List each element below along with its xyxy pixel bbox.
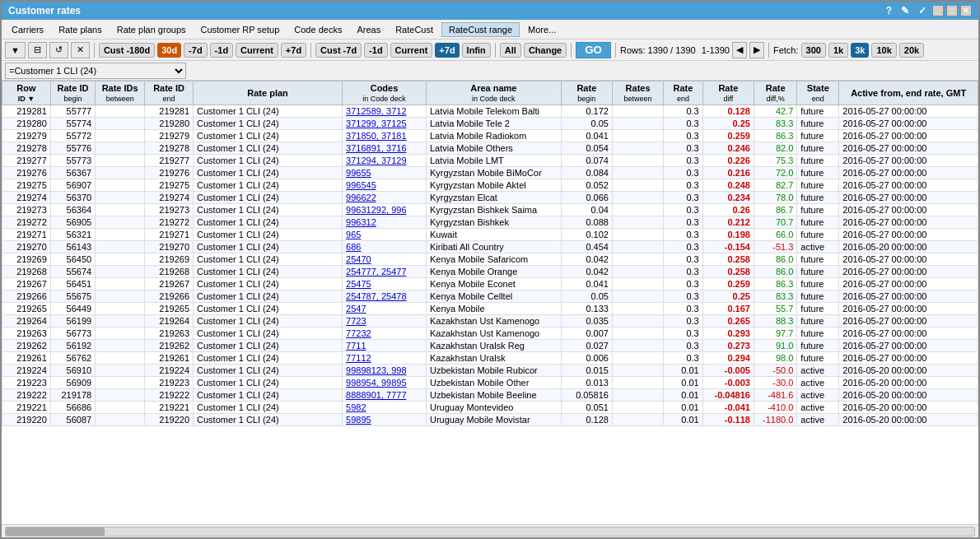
period-1d[interactable]: -1d xyxy=(210,43,234,58)
table-row[interactable]: 219270 56143 219270 Customer 1 CLI (24) … xyxy=(2,241,978,253)
prev-page-btn[interactable]: ◀ xyxy=(732,42,747,58)
table-row[interactable]: 219221 56686 219221 Customer 1 CLI (24) … xyxy=(2,402,978,414)
col-header-rate-diff[interactable]: Ratediff xyxy=(702,81,754,105)
col-header-row-id[interactable]: RowID ▼ xyxy=(2,81,51,105)
table-row[interactable]: 219280 55774 219280 Customer 1 CLI (24) … xyxy=(2,118,978,130)
col-header-codes[interactable]: Codesin Code deck xyxy=(343,81,427,105)
menu-ratecust[interactable]: RateCust xyxy=(389,23,440,36)
cell-codes[interactable]: 3712589, 3712 xyxy=(343,105,427,118)
check-icon[interactable]: ✓ xyxy=(915,5,930,16)
col-header-rates-between[interactable]: Ratesbetween xyxy=(612,81,663,105)
table-row[interactable]: 219277 55773 219277 Customer 1 CLI (24) … xyxy=(2,155,978,167)
cell-codes[interactable]: 254787, 25478 xyxy=(343,290,427,303)
cell-codes[interactable]: 3716891, 3716 xyxy=(343,142,427,155)
copy-btn[interactable]: ⊟ xyxy=(28,42,47,58)
menu-customer-rp-setup[interactable]: Customer RP setup xyxy=(194,23,287,36)
refresh-btn[interactable]: ↺ xyxy=(49,42,68,58)
table-row[interactable]: 219263 56773 219263 Customer 1 CLI (24) … xyxy=(2,328,978,340)
hscroll[interactable] xyxy=(2,524,978,537)
cell-codes[interactable]: 77232 xyxy=(343,328,427,340)
table-row[interactable]: 219271 56321 219271 Customer 1 CLI (24) … xyxy=(2,229,978,241)
menu-rate-plans[interactable]: Rate plans xyxy=(52,23,109,36)
col-header-rate-diff-pct[interactable]: Ratediff,% xyxy=(754,81,796,105)
cell-codes[interactable]: 998954, 99895 xyxy=(343,377,427,389)
cell-codes[interactable]: 371299, 37125 xyxy=(343,118,427,130)
period-current[interactable]: Current xyxy=(236,43,278,58)
table-row[interactable]: 219261 56762 219261 Customer 1 CLI (24) … xyxy=(2,352,978,365)
cell-codes[interactable]: 8888901, 7777 xyxy=(343,389,427,402)
table-row[interactable]: 219262 56192 219262 Customer 1 CLI (24) … xyxy=(2,340,978,352)
period-cust-180d[interactable]: Cust -180d xyxy=(99,43,155,58)
cell-codes[interactable]: 5982 xyxy=(343,402,427,414)
cell-codes[interactable]: 254777, 25477 xyxy=(343,266,427,278)
cell-codes[interactable]: 59895 xyxy=(343,414,427,426)
cell-codes[interactable]: 686 xyxy=(343,241,427,253)
col-header-rate-plan[interactable]: Rate plan xyxy=(194,81,343,105)
hscroll-track[interactable] xyxy=(5,527,975,537)
period2-cust-7d[interactable]: Cust -7d xyxy=(315,43,362,58)
cell-codes[interactable]: 99898123, 998 xyxy=(343,365,427,377)
fetch-3k[interactable]: 3k xyxy=(851,43,869,58)
menu-carriers[interactable]: Carriers xyxy=(5,23,50,36)
fetch-20k[interactable]: 20k xyxy=(899,43,924,58)
table-row[interactable]: 219269 56450 219269 Customer 1 CLI (24) … xyxy=(2,253,978,266)
change-btn[interactable]: Change xyxy=(524,43,567,58)
table-row[interactable]: 219272 56905 219272 Customer 1 CLI (24) … xyxy=(2,216,978,229)
maximize-icon[interactable]: □ xyxy=(946,5,958,16)
table-row[interactable]: 219266 55675 219266 Customer 1 CLI (24) … xyxy=(2,290,978,303)
cell-codes[interactable]: 371294, 37129 xyxy=(343,155,427,167)
cell-codes[interactable]: 2547 xyxy=(343,303,427,315)
period2-current[interactable]: Current xyxy=(390,43,433,58)
table-row[interactable]: 219273 56364 219273 Customer 1 CLI (24) … xyxy=(2,204,978,216)
table-row[interactable]: 219279 55772 219279 Customer 1 CLI (24) … xyxy=(2,130,978,142)
minimize-icon[interactable]: _ xyxy=(932,5,944,16)
table-container[interactable]: RowID ▼ Rate IDbegin Rate IDsbetween Rat… xyxy=(2,81,978,524)
table-row[interactable]: 219278 55776 219278 Customer 1 CLI (24) … xyxy=(2,142,978,155)
table-row[interactable]: 219275 56907 219275 Customer 1 CLI (24) … xyxy=(2,179,978,192)
cell-codes[interactable]: 996622 xyxy=(343,192,427,204)
filter-btn[interactable]: ▼ xyxy=(5,42,26,58)
period2-infin[interactable]: Infin xyxy=(462,43,491,58)
table-row[interactable]: 219267 56451 219267 Customer 1 CLI (24) … xyxy=(2,278,978,290)
fetch-10k[interactable]: 10k xyxy=(871,43,896,58)
period2-plus7d[interactable]: +7d xyxy=(435,43,459,58)
table-row[interactable]: 219276 56367 219276 Customer 1 CLI (24) … xyxy=(2,167,978,179)
col-header-rate-id-begin[interactable]: Rate IDbegin xyxy=(50,81,95,105)
clear-btn[interactable]: ✕ xyxy=(71,42,90,58)
cell-codes[interactable]: 99655 xyxy=(343,167,427,179)
table-row[interactable]: 219222 219178 219222 Customer 1 CLI (24)… xyxy=(2,389,978,402)
menu-code-decks[interactable]: Code decks xyxy=(287,23,348,36)
col-header-state-end[interactable]: Stateend xyxy=(797,81,839,105)
fetch-1k[interactable]: 1k xyxy=(828,43,848,58)
hscroll-thumb[interactable] xyxy=(6,527,105,536)
menu-rate-plan-groups[interactable]: Rate plan groups xyxy=(110,23,193,36)
all-btn[interactable]: All xyxy=(500,43,521,58)
cell-codes[interactable]: 7711 xyxy=(343,340,427,352)
help-icon[interactable]: ? xyxy=(883,5,895,16)
close-icon[interactable]: ✕ xyxy=(960,5,972,16)
menu-more[interactable]: More... xyxy=(521,23,562,36)
next-page-btn[interactable]: ▶ xyxy=(749,42,764,58)
cell-codes[interactable]: 99631292, 996 xyxy=(343,204,427,216)
table-row[interactable]: 219264 56199 219264 Customer 1 CLI (24) … xyxy=(2,315,978,328)
col-header-rate-end[interactable]: Rateend xyxy=(664,81,703,105)
table-row[interactable]: 219223 56909 219223 Customer 1 CLI (24) … xyxy=(2,377,978,389)
col-header-rate-ids-between[interactable]: Rate IDsbetween xyxy=(96,81,145,105)
table-row[interactable]: 219265 56449 219265 Customer 1 CLI (24) … xyxy=(2,303,978,315)
period-7d[interactable]: -7d xyxy=(184,43,208,58)
col-header-active-from[interactable]: Active from, end rate, GMT xyxy=(839,81,978,105)
table-row[interactable]: 219281 55777 219281 Customer 1 CLI (24) … xyxy=(2,105,978,118)
edit-icon[interactable]: ✎ xyxy=(898,5,912,16)
menu-ratecust-range[interactable]: RateCust range xyxy=(441,22,520,37)
period-30d[interactable]: 30d xyxy=(157,43,181,58)
cell-codes[interactable]: 7723 xyxy=(343,315,427,328)
go-button[interactable]: GO xyxy=(576,42,611,58)
fetch-300[interactable]: 300 xyxy=(801,43,826,58)
col-header-rate-id-end[interactable]: Rate IDend xyxy=(145,81,194,105)
cell-codes[interactable]: 996312 xyxy=(343,216,427,229)
table-row[interactable]: 219268 55674 219268 Customer 1 CLI (24) … xyxy=(2,266,978,278)
menu-areas[interactable]: Areas xyxy=(350,23,387,36)
table-row[interactable]: 219274 56370 219274 Customer 1 CLI (24) … xyxy=(2,192,978,204)
period-plus7d[interactable]: +7d xyxy=(281,43,306,58)
cell-codes[interactable]: 25475 xyxy=(343,278,427,290)
